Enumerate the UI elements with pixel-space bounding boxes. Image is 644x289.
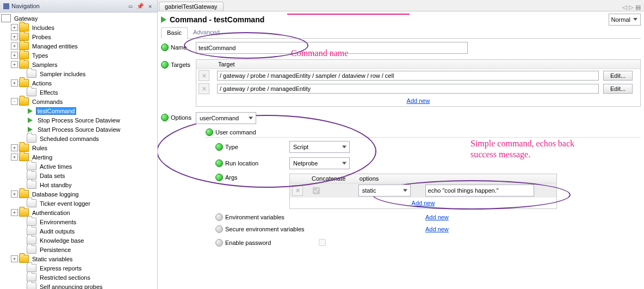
tree-item[interactable]: +Samplers <box>0 60 157 69</box>
tree-item[interactable]: Environments <box>0 217 157 226</box>
folder-icon <box>27 227 36 235</box>
type-select[interactable]: Script <box>289 141 350 153</box>
add-secenvvar-link[interactable]: Add new <box>425 226 449 232</box>
tree-item-label[interactable]: Scheduled commands <box>38 135 101 143</box>
command-arrow-icon <box>161 16 166 23</box>
tree-item[interactable]: +Actions <box>0 78 157 88</box>
tree-spacer <box>20 265 26 271</box>
label-options: Options <box>171 114 191 121</box>
pin-icon[interactable]: 📌 <box>137 2 144 10</box>
tree-item[interactable]: Data sets <box>0 171 157 180</box>
expand-icon[interactable]: + <box>11 144 18 151</box>
tree-item-label[interactable]: Active times <box>38 163 73 170</box>
expand-icon[interactable]: + <box>11 209 18 216</box>
tree-item-label[interactable]: Authentication <box>30 209 72 217</box>
tree-item-label[interactable]: Includes <box>30 24 56 32</box>
tree-item-label[interactable]: Managed entities <box>30 42 79 50</box>
enablepwd-checkbox[interactable] <box>319 239 326 246</box>
tree-item-label[interactable]: Rules <box>30 144 49 152</box>
navigation-panel: Navigation ▭ 📌 ✕ Gateway +Includes+Probe… <box>0 0 158 289</box>
name-field[interactable] <box>196 42 468 54</box>
tree-item-label[interactable]: Environments <box>38 218 78 226</box>
collapse-icon[interactable]: - <box>11 98 18 105</box>
file-tab[interactable]: gabrielTestGateway <box>159 2 224 11</box>
tree-item[interactable]: +Alerting <box>0 152 157 162</box>
tab-advanced[interactable]: Advanced <box>188 27 225 38</box>
tree-item-label[interactable]: Alerting <box>30 153 54 161</box>
editor-title: Command - testCommand <box>170 15 264 24</box>
add-arg-link[interactable]: Add new <box>292 199 554 207</box>
tree-item-label[interactable]: Knowledge base <box>38 237 85 244</box>
tree-item[interactable]: +Authentication <box>0 208 157 217</box>
tree-root[interactable]: Gateway <box>13 15 39 22</box>
tab-prev-icon[interactable]: ◁ <box>622 4 627 11</box>
tree-item[interactable]: +Static variables <box>0 254 157 263</box>
tree-item[interactable]: testCommand <box>0 106 157 115</box>
delete-row-icon[interactable]: ✕ <box>199 70 209 81</box>
navigation-tree[interactable]: Gateway +Includes+Probes+Managed entitie… <box>0 13 157 289</box>
arg-concat-checkbox[interactable] <box>313 187 320 194</box>
add-target-link[interactable]: Add new <box>199 96 638 105</box>
tree-item[interactable]: +Database logging <box>0 189 157 199</box>
tree-item[interactable]: Start Process Source Dataview <box>0 125 157 134</box>
tree-item[interactable]: Restricted sections <box>0 273 157 282</box>
target-input-0[interactable] <box>217 71 599 81</box>
tree-item-label[interactable]: Restricted sections <box>38 274 92 281</box>
mode-select[interactable]: Normal <box>609 14 641 26</box>
tree-item[interactable]: Self announcing probes <box>0 282 157 289</box>
expand-icon[interactable]: + <box>11 153 18 161</box>
minimize-icon[interactable]: ▭ <box>127 2 134 10</box>
tree-item-label[interactable]: Ticker event logger <box>38 200 92 207</box>
tree-item[interactable]: -Commands <box>0 97 157 106</box>
tab-list-icon[interactable]: ▤ <box>635 4 641 11</box>
target-input-1[interactable] <box>217 84 599 94</box>
delete-arg-icon[interactable]: ✕ <box>292 185 303 196</box>
tree-item-label[interactable]: Samplers <box>30 61 59 69</box>
expand-icon[interactable]: + <box>11 190 18 198</box>
close-icon[interactable]: ✕ <box>146 2 154 10</box>
tree-item-label[interactable]: Stop Process Source Dataview <box>36 116 122 124</box>
tree-item-label[interactable]: Audit outputs <box>38 227 76 235</box>
tree-item-label[interactable]: Effects <box>38 89 59 96</box>
tree-item-label[interactable]: Persistence <box>38 246 72 254</box>
tree-item-label[interactable]: Hot standby <box>38 181 73 189</box>
tree-item[interactable]: Express reports <box>0 263 157 273</box>
expand-icon[interactable]: + <box>11 24 18 31</box>
tree-item-label[interactable]: Database logging <box>30 190 81 198</box>
options-select[interactable]: userCommand <box>196 112 256 124</box>
expand-icon[interactable]: + <box>11 255 18 262</box>
tree-item-label[interactable]: Static variables <box>30 255 75 263</box>
expand-icon[interactable]: + <box>11 42 18 50</box>
arg-value-input[interactable] <box>425 185 534 196</box>
tab-next-icon[interactable]: ▷ <box>629 4 633 11</box>
tree-item[interactable]: Audit outputs <box>0 226 157 236</box>
runlocation-select[interactable]: Netprobe <box>289 157 350 169</box>
tree-item-label[interactable]: Data sets <box>38 172 66 180</box>
tree-item-label[interactable]: Express reports <box>38 265 83 272</box>
arg-option-select[interactable]: static <box>358 185 411 196</box>
tree-item-label[interactable]: Self announcing probes <box>38 283 104 290</box>
tree-spacer <box>20 71 26 77</box>
tree-item-label[interactable]: Sampler includes <box>38 70 87 78</box>
tree-spacer <box>20 117 26 123</box>
tree-item-label[interactable]: Start Process Source Dataview <box>36 126 122 133</box>
expand-icon[interactable]: + <box>11 61 18 68</box>
edit-target-button[interactable]: Edit... <box>603 71 633 81</box>
edit-target-button[interactable]: Edit... <box>603 84 633 94</box>
folder-icon <box>27 218 36 226</box>
tree-item[interactable]: Knowledge base <box>0 236 157 245</box>
tree-item-label[interactable]: Commands <box>30 98 64 106</box>
tree-item[interactable]: Stop Process Source Dataview <box>0 115 157 125</box>
tree-item-label[interactable]: testCommand <box>36 107 76 115</box>
tab-basic[interactable]: Basic <box>161 27 188 39</box>
add-envvar-link[interactable]: Add new <box>425 214 449 220</box>
tree-item-label[interactable]: Actions <box>30 79 53 87</box>
folder-icon <box>27 88 36 96</box>
expand-icon[interactable]: + <box>11 79 18 87</box>
tree-item-label[interactable]: Types <box>30 52 49 59</box>
tree-item[interactable]: Active times <box>0 162 157 171</box>
delete-row-icon[interactable]: ✕ <box>199 83 209 94</box>
tree-item-label[interactable]: Probes <box>30 33 53 41</box>
expand-icon[interactable]: + <box>11 52 18 59</box>
expand-icon[interactable]: + <box>11 33 18 40</box>
